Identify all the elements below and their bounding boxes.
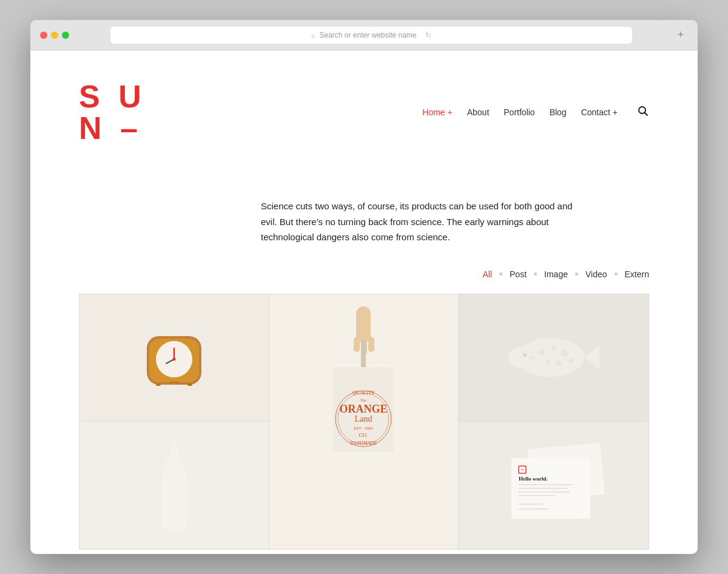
site-logo: S U N – bbox=[79, 81, 146, 144]
svg-point-35 bbox=[531, 356, 534, 359]
filter-dot-1 bbox=[499, 272, 502, 275]
tagline-text: Science cuts two ways, of course, its pr… bbox=[261, 198, 588, 245]
url-bar[interactable]: ⌕ Search or enter website name ↻ bbox=[110, 27, 632, 44]
svg-rect-50 bbox=[519, 508, 549, 510]
svg-text:Land: Land bbox=[355, 414, 372, 424]
svg-rect-15 bbox=[368, 337, 374, 352]
svg-rect-11 bbox=[187, 383, 192, 386]
svg-rect-10 bbox=[156, 383, 161, 386]
grid-item-fish[interactable] bbox=[459, 294, 649, 422]
svg-point-32 bbox=[561, 349, 568, 357]
svg-text:CO.: CO. bbox=[359, 432, 368, 438]
svg-point-31 bbox=[551, 346, 556, 351]
filter-bar: All Post Image Video Extern bbox=[30, 269, 698, 294]
svg-text:Hello world.: Hello world. bbox=[519, 476, 548, 482]
nav-portfolio[interactable]: Portfolio bbox=[504, 107, 534, 117]
nav-about[interactable]: About bbox=[467, 107, 490, 117]
svg-point-36 bbox=[568, 358, 573, 363]
fish-illustration bbox=[499, 327, 608, 388]
logo-line-1: S U bbox=[79, 81, 146, 112]
search-icon: ⌕ bbox=[311, 32, 315, 39]
paper-illustration: Hello world. bbox=[493, 437, 615, 534]
search-button[interactable] bbox=[637, 105, 649, 120]
svg-point-34 bbox=[556, 360, 562, 366]
logo-line-2: N – bbox=[79, 112, 146, 144]
svg-rect-49 bbox=[519, 504, 543, 505]
clock-illustration: L bbox=[135, 321, 214, 394]
svg-point-30 bbox=[539, 349, 545, 356]
svg-rect-48 bbox=[519, 495, 555, 496]
grid-item-paper[interactable]: Hello world. bbox=[459, 422, 649, 549]
svg-text:EST · 1982: EST · 1982 bbox=[354, 426, 374, 431]
browser-toolbar: ⌕ Search or enter website name ↻ + bbox=[30, 20, 698, 50]
bottle-illustration bbox=[147, 425, 201, 546]
new-tab-button[interactable]: + bbox=[673, 28, 688, 42]
nav-blog[interactable]: Blog bbox=[550, 107, 567, 117]
svg-rect-47 bbox=[519, 491, 570, 493]
filter-extern[interactable]: Extern bbox=[625, 269, 649, 279]
svg-rect-16 bbox=[361, 340, 366, 370]
refresh-icon: ↻ bbox=[425, 31, 431, 39]
filter-dot-3 bbox=[575, 272, 578, 275]
nav-contact[interactable]: Contact + bbox=[581, 107, 618, 117]
close-button[interactable] bbox=[40, 32, 47, 39]
minimize-button[interactable] bbox=[51, 32, 58, 39]
svg-rect-45 bbox=[519, 484, 573, 485]
svg-text:ORANGE: ORANGE bbox=[340, 403, 388, 415]
filter-image[interactable]: Image bbox=[544, 269, 568, 279]
filter-video[interactable]: Video bbox=[585, 269, 607, 279]
url-placeholder: Search or enter website name bbox=[319, 31, 416, 39]
navigation: S U N – Home + About Portfolio Blog Cont… bbox=[30, 50, 698, 162]
maximize-button[interactable] bbox=[62, 32, 69, 39]
nav-links: Home + About Portfolio Blog Contact + bbox=[422, 107, 618, 117]
svg-text:The: The bbox=[360, 398, 367, 403]
browser-window: ⌕ Search or enter website name ↻ + S U N… bbox=[30, 20, 698, 554]
grid-item-bag[interactable]: QUALITY The ORANGE Land EST · 1982 CO. H… bbox=[269, 294, 459, 549]
svg-rect-13 bbox=[354, 337, 360, 352]
svg-rect-46 bbox=[519, 488, 567, 489]
grid-item-clock[interactable]: L bbox=[79, 294, 269, 422]
svg-line-1 bbox=[645, 112, 648, 115]
filter-all[interactable]: All bbox=[482, 269, 492, 279]
filter-dot-2 bbox=[534, 272, 537, 275]
filter-dot-4 bbox=[615, 272, 618, 275]
svg-point-29 bbox=[508, 346, 533, 368]
bag-illustration: QUALITY The ORANGE Land EST · 1982 CO. H… bbox=[303, 306, 424, 537]
tagline-section: Science cuts two ways, of course, its pr… bbox=[30, 162, 637, 269]
portfolio-grid: L bbox=[79, 294, 649, 550]
svg-marker-28 bbox=[584, 345, 599, 370]
svg-point-33 bbox=[545, 360, 550, 365]
svg-point-38 bbox=[524, 354, 526, 356]
grid-item-bottle[interactable] bbox=[79, 422, 269, 549]
svg-point-7 bbox=[172, 358, 175, 361]
filter-post[interactable]: Post bbox=[510, 269, 527, 279]
traffic-lights bbox=[40, 32, 69, 39]
nav-home[interactable]: Home + bbox=[422, 107, 452, 117]
website-content: S U N – Home + About Portfolio Blog Cont… bbox=[30, 50, 698, 554]
